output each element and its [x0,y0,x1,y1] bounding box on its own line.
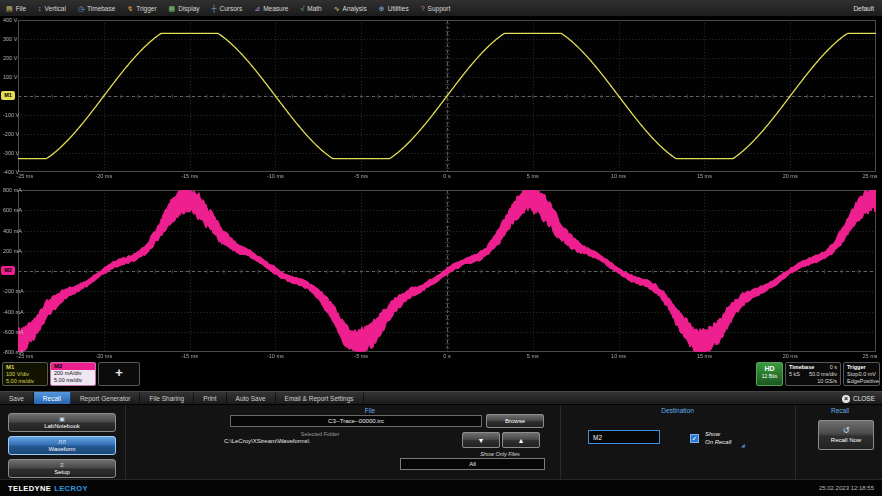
x-tick-label: 20 ms [783,353,798,359]
analysis-icon: ∿ [334,5,340,12]
timebase-sample-rate: 10 GS/s [817,378,837,385]
y-tick-label: 100 V [3,74,17,80]
sidebar-button-label: Waveform [48,446,75,452]
x-tick-label: -10 ms [267,173,284,179]
x-tick-label: 5 ms [527,173,539,179]
x-tick-label: -15 ms [181,173,198,179]
menu-item-support[interactable]: ?Support [415,0,457,16]
close-label: CLOSE [853,395,875,402]
vertical-icon: ↕ [38,5,42,12]
show-on-recall-checkbox[interactable]: ✓ [690,434,699,443]
timebase-samples: 5 kS [789,371,800,378]
y-tick-label: -200 mA [3,288,24,294]
x-tick-label: -10 ms [267,353,284,359]
timebase-scale: 50.0 ms/div [809,371,837,378]
timebase-icon: ◷ [78,5,84,12]
x-tick-label: 10 ms [611,353,626,359]
trigger-descriptor[interactable]: Trigger Stop 0.0 mV Edge Positive [843,362,880,386]
corner-marker-icon: ◢ [741,443,745,448]
sidebar-button-label: LabNotebook [44,423,80,429]
menu-item-analysis[interactable]: ∿Analysis [328,0,373,16]
x-tick-label: 0 s [443,173,450,179]
menu-item-label: Trigger [136,5,156,12]
m2-label: M2 [51,363,95,370]
scroll-down-button[interactable]: ▼ [462,432,500,448]
y-tick-label: -200 V [3,131,19,137]
menu-items: ▤File↕Vertical◷Timebase↯Trigger▦Display┼… [0,0,456,16]
menu-item-label: Timebase [87,5,115,12]
menu-item-trigger[interactable]: ↯Trigger [121,0,162,16]
menu-item-math[interactable]: √Math [294,0,327,16]
status-bar: TELEDYNE LECROY 25.02.2023 12:18:55 [0,479,882,496]
sidebar-button-setup[interactable]: ≡Setup [8,459,116,478]
selected-folder-path[interactable]: C:\LeCroy\XStream\Waveforms\ [224,438,444,444]
recall-dialog: File Destination Recall ▣LabNotebookЛЛWa… [0,404,882,480]
x-tick-label: 5 ms [527,353,539,359]
x-tick-label: -20 ms [95,353,112,359]
datetime-display: 25.02.2023 12:18:55 [819,485,874,491]
menu-item-file[interactable]: ▤File [0,0,32,16]
y-tick-label: 800 mA [3,187,22,193]
recall-now-button[interactable]: ↺ Recall Now [818,420,874,450]
y-tick-label: 200 V [3,55,17,61]
add-trace-button[interactable]: + [98,362,140,386]
x-tick-label: 0 s [443,353,450,359]
default-setup-button[interactable]: Default [853,5,874,12]
selected-folder-label: Selected Folder [230,431,410,437]
x-tick-label: -15 ms [181,353,198,359]
menu-item-label: Math [307,5,321,12]
trigger-mode: Stop [847,371,858,378]
voltage-waveform-grid[interactable] [18,20,876,172]
display-icon: ▦ [169,5,176,12]
menu-item-label: Cursors [220,5,243,12]
setup-icon: ≡ [60,462,64,468]
sidebar-button-waveform[interactable]: ЛЛWaveform [8,436,116,455]
recall-now-label: Recall Now [831,437,861,443]
hd-mode-box[interactable]: HD 12 Bits [756,362,783,386]
teledyne-lecroy-logo: TELEDYNE LECROY [8,484,88,493]
timebase-title: Timebase [789,364,814,371]
menu-item-vertical[interactable]: ↕Vertical [32,0,72,16]
trigger-kind: Edge [847,378,860,385]
menu-item-utilities[interactable]: ⊕Utilities [373,0,415,16]
file-filter-dropdown[interactable]: All [400,458,545,470]
destination-input[interactable]: M2 [588,430,660,444]
current-waveform-grid[interactable] [18,190,876,352]
menu-item-cursors[interactable]: ┼Cursors [206,0,249,16]
menu-item-measure[interactable]: ⊿Measure [248,0,294,16]
hd-bits: 12 Bits [757,373,782,380]
brand-lecroy: LECROY [54,484,88,493]
browse-button[interactable]: Browse [486,414,544,428]
m2-zero-level-marker[interactable]: M2 [1,266,15,275]
trace-descriptor-m2[interactable]: M2 200 mA/div 5.00 ms/div [50,362,96,386]
sidebar-button-label: Setup [54,469,70,475]
m1-vertical-scale: 100 V/div [6,371,44,378]
x-tick-label: 25 ms [863,173,878,179]
scroll-up-button[interactable]: ▲ [502,432,540,448]
x-tick-label: 15 ms [697,173,712,179]
close-icon: × [842,395,850,403]
menu-item-timebase[interactable]: ◷Timebase [72,0,121,16]
trigger-level: 0.0 mV [859,371,876,378]
measure-icon: ⊿ [254,5,260,12]
recall-type-sidebar: ▣LabNotebookЛЛWaveform≡Setup [8,405,118,480]
trigger-title: Trigger [847,364,876,371]
show-label: Show [705,431,720,437]
file-name-input[interactable]: C3--Trace--00000.trc [230,415,482,427]
m2-vertical-scale: 200 mA/div [51,370,95,377]
x-tick-label: -25 ms [16,353,33,359]
labnotebook-icon: ▣ [59,416,65,422]
menu-item-label: File [16,5,26,12]
save-recall-tab-bar: SaveRecallReport GeneratorFile SharingPr… [0,391,882,405]
trace-descriptor-m1[interactable]: M1 100 V/div 5.00 ms/div [2,362,48,386]
menu-item-label: Display [178,5,199,12]
timebase-position: 0 s [830,364,837,371]
hd-label: HD [757,364,782,373]
destination-section-header: Destination [565,407,790,414]
timebase-descriptor[interactable]: Timebase 0 s 5 kS 50.0 ms/div 10 GS/s [785,362,841,386]
sidebar-button-labnotebook[interactable]: ▣LabNotebook [8,413,116,432]
x-tick-label: 15 ms [697,353,712,359]
m1-zero-level-marker[interactable]: M1 [1,91,15,100]
menu-item-display[interactable]: ▦Display [163,0,206,16]
x-tick-label: -20 ms [95,173,112,179]
